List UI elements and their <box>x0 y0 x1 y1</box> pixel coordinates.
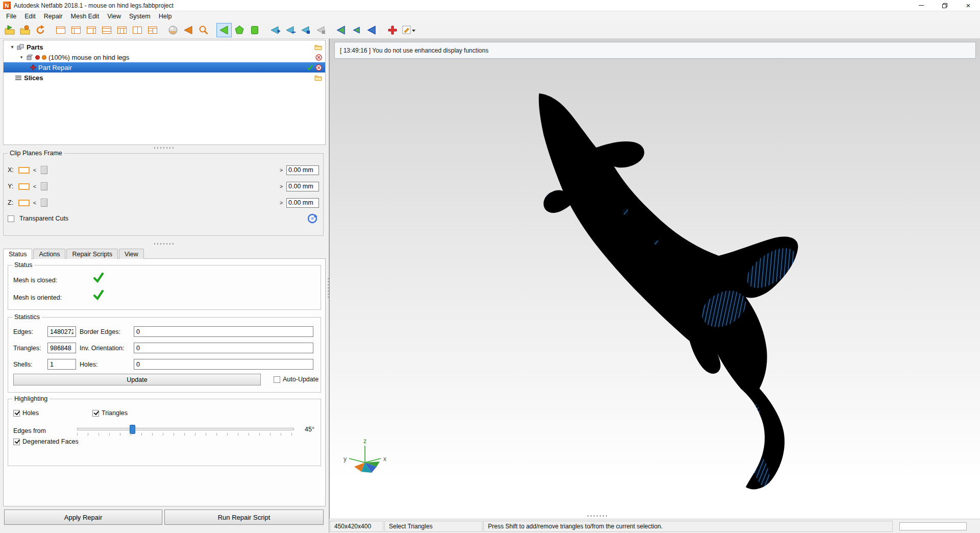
clip-planes-title: Clip Planes Frame <box>8 150 64 157</box>
selection-all-icon <box>300 25 311 36</box>
clip-y-value-input[interactable] <box>286 182 319 191</box>
selection-subtract-button[interactable] <box>283 23 298 37</box>
auto-update-checkbox[interactable] <box>274 376 280 383</box>
edges-angle-slider[interactable] <box>77 428 294 430</box>
tree-row-part-repair[interactable]: Part Repair <box>4 62 325 72</box>
expander-icon[interactable]: ▾ <box>19 55 24 60</box>
import-part-button[interactable] <box>2 23 17 37</box>
splitter-handle[interactable] <box>154 147 176 149</box>
menu-help[interactable]: Help <box>155 12 176 21</box>
statistics-group: Statistics Edges: Border Edges: Triangle… <box>8 317 321 393</box>
clip-y-increment[interactable]: > <box>279 183 284 189</box>
clip-x-increment[interactable]: > <box>279 167 284 173</box>
selection-none-button[interactable] <box>313 23 329 37</box>
select-triangles-button[interactable] <box>216 23 232 37</box>
clip-y-color-swatch[interactable] <box>18 183 30 190</box>
menu-mesh-edit[interactable]: Mesh Edit <box>67 12 104 21</box>
reset-clip-button[interactable] <box>307 213 318 226</box>
clip-y-slider[interactable] <box>40 182 276 190</box>
clip-x-color-swatch[interactable] <box>18 167 30 174</box>
cancel-repair-icon[interactable] <box>315 64 322 71</box>
layout-1-button[interactable] <box>53 23 68 37</box>
statusbar-splitter-handle[interactable] <box>587 515 609 517</box>
menu-edit[interactable]: Edit <box>20 12 40 21</box>
clip-x-slider-thumb[interactable] <box>41 166 47 174</box>
update-button[interactable]: Update <box>13 374 261 385</box>
viewport-3d[interactable]: [ 13:49:16 ] You do not use enhanced dis… <box>329 39 980 519</box>
layout-3-button[interactable] <box>84 23 99 37</box>
clip-z-value-input[interactable] <box>286 198 319 208</box>
minimize-button[interactable] <box>910 0 933 11</box>
layout-5-button[interactable] <box>114 23 130 37</box>
left-panel: ▾ Parts ▾ (100%) mouse on hind legs Part… <box>0 39 329 533</box>
zoom-to-part-button[interactable] <box>181 23 196 37</box>
zoom-magnifier-button[interactable] <box>196 23 211 37</box>
shrink-selection-button[interactable] <box>349 23 364 37</box>
select-shells-button[interactable] <box>247 23 262 37</box>
selection-all-button[interactable] <box>298 23 313 37</box>
mouse-mesh[interactable] <box>532 93 802 490</box>
apply-repair-button[interactable]: Apply Repair <box>4 510 162 525</box>
clip-y-slider-thumb[interactable] <box>41 182 47 190</box>
layout-6-button[interactable] <box>130 23 145 37</box>
border-edges-input[interactable] <box>134 326 313 337</box>
clip-z-slider[interactable] <box>40 199 276 207</box>
triangles-input[interactable] <box>47 343 76 353</box>
open-project-button[interactable] <box>17 23 33 37</box>
tab-status[interactable]: Status <box>3 249 32 259</box>
triangles-checkbox[interactable] <box>92 410 99 417</box>
expander-icon[interactable]: ▾ <box>10 44 15 50</box>
clip-z-color-swatch[interactable] <box>18 200 30 206</box>
restore-button[interactable] <box>933 0 957 11</box>
tree-row-slices[interactable]: Slices <box>4 72 325 83</box>
clip-z-decrement[interactable]: < <box>32 200 37 206</box>
menu-system[interactable]: System <box>125 12 155 21</box>
status-group-title: Status <box>12 261 34 269</box>
select-surfaces-button[interactable] <box>232 23 247 37</box>
layout-2-button[interactable] <box>68 23 84 37</box>
clip-x-value-input[interactable] <box>286 165 319 175</box>
clip-z-slider-thumb[interactable] <box>41 199 47 207</box>
edges-input[interactable] <box>47 326 76 337</box>
folder-icon[interactable] <box>314 44 322 50</box>
shells-label: Shells: <box>13 359 33 370</box>
visibility-orange-icon[interactable] <box>42 55 46 60</box>
splitter-handle[interactable] <box>154 243 176 245</box>
clip-z-increment[interactable]: > <box>279 200 284 206</box>
tree-row-part[interactable]: ▾ (100%) mouse on hind legs <box>4 52 325 62</box>
parts-tree: ▾ Parts ▾ (100%) mouse on hind legs Part… <box>3 40 326 145</box>
panel-splitter-handle[interactable] <box>328 278 329 300</box>
clip-x-slider[interactable] <box>40 166 276 174</box>
shells-input[interactable] <box>47 359 76 370</box>
expand-selection-button[interactable] <box>334 23 349 37</box>
layout-4-button[interactable] <box>99 23 114 37</box>
degenerated-faces-checkbox[interactable] <box>13 439 20 445</box>
shading-sphere-button[interactable] <box>165 23 181 37</box>
run-repair-script-button[interactable]: Run Repair Script <box>164 510 324 525</box>
menu-repair[interactable]: Repair <box>40 12 67 21</box>
invert-selection-button[interactable] <box>364 23 380 37</box>
apply-repair-icon[interactable] <box>307 64 313 70</box>
transparent-cuts-checkbox[interactable] <box>8 215 14 222</box>
holes-checkbox[interactable] <box>13 410 20 417</box>
clip-y-decrement[interactable]: < <box>32 183 37 189</box>
folder-icon[interactable] <box>314 75 322 81</box>
remove-part-icon[interactable] <box>315 54 322 61</box>
selection-add-button[interactable] <box>267 23 283 37</box>
tree-row-parts[interactable]: ▾ Parts <box>4 42 325 52</box>
clip-x-decrement[interactable]: < <box>32 167 37 173</box>
close-button[interactable]: × <box>957 0 980 11</box>
tab-repair-scripts[interactable]: Repair Scripts <box>66 249 118 259</box>
repair-tool-dropdown-button[interactable] <box>400 23 420 37</box>
menu-view[interactable]: View <box>103 12 125 21</box>
tab-actions[interactable]: Actions <box>33 249 65 259</box>
refresh-view-button[interactable] <box>33 23 48 37</box>
visibility-red-icon[interactable] <box>35 55 40 60</box>
inv-orientation-input[interactable] <box>134 343 313 353</box>
tab-view[interactable]: View <box>119 249 144 259</box>
holes-input[interactable] <box>134 359 313 370</box>
mesh-canvas[interactable]: z x y <box>330 59 980 519</box>
layout-7-button[interactable] <box>145 23 160 37</box>
menu-file[interactable]: File <box>2 12 20 21</box>
add-triangle-button[interactable] <box>385 23 400 37</box>
